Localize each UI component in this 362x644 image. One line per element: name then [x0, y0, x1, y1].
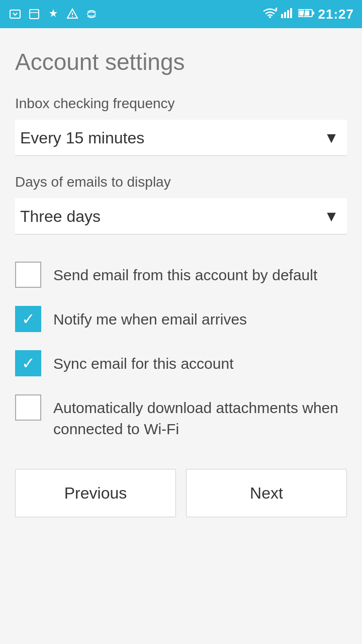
inbox-frequency-section: Inbox checking frequency Every 5 minutes… [15, 96, 347, 156]
days-display-select[interactable]: One day Two days Three days One week Two… [15, 198, 347, 234]
app-icon-1 [8, 7, 22, 21]
battery-icon [298, 8, 314, 21]
inbox-frequency-label: Inbox checking frequency [15, 96, 347, 112]
sync-icon [84, 7, 99, 21]
checkbox-notify-email-label: Notify me when email arrives [53, 306, 247, 330]
checkbox-auto-download[interactable] [15, 394, 41, 421]
days-display-section: Days of emails to display One day Two da… [15, 174, 347, 234]
svg-rect-13 [312, 12, 314, 15]
days-display-dropdown-wrapper: One day Two days Three days One week Two… [15, 198, 347, 234]
app-icon-2 [27, 7, 41, 21]
next-button[interactable]: Next [186, 469, 347, 517]
checkbox-sync-email[interactable]: ✓ [15, 350, 41, 376]
app-icon-3 [46, 7, 60, 21]
checkmark-icon-2: ✓ [22, 355, 35, 371]
checkmark-icon: ✓ [22, 311, 35, 327]
wifi-icon [263, 7, 277, 21]
checkbox-notify-email[interactable]: ✓ [15, 306, 41, 332]
svg-point-5 [87, 12, 96, 16]
svg-rect-9 [284, 12, 286, 18]
checkbox-auto-download-label: Automatically download attachments when … [53, 394, 347, 440]
signal-icon [281, 7, 294, 21]
navigation-button-row: Previous Next [15, 469, 347, 517]
inbox-frequency-select[interactable]: Every 5 minutes Every 10 minutes Every 1… [15, 120, 347, 156]
warning-icon [65, 7, 79, 21]
inbox-frequency-dropdown-wrapper: Every 5 minutes Every 10 minutes Every 1… [15, 120, 347, 156]
days-display-label: Days of emails to display [15, 174, 347, 190]
checkbox-section: Send email from this account by default … [15, 253, 347, 449]
svg-rect-0 [10, 10, 20, 18]
time-display: 21:27 [318, 7, 354, 22]
svg-rect-8 [281, 14, 283, 18]
status-bar-right-icons: 21:27 [263, 7, 354, 22]
checkbox-sync-email-label: Sync email for this account [53, 350, 234, 374]
checkbox-sync-email-item: ✓ Sync email for this account [15, 341, 347, 385]
status-bar-left-icons [8, 7, 99, 21]
svg-point-4 [72, 16, 73, 17]
checkbox-send-default-item: Send email from this account by default [15, 253, 347, 297]
checkbox-send-default-label: Send email from this account by default [53, 262, 317, 286]
svg-rect-1 [30, 10, 39, 19]
svg-rect-11 [290, 8, 292, 18]
page-title: Account settings [15, 48, 347, 75]
previous-button[interactable]: Previous [15, 469, 176, 517]
checkbox-notify-email-item: ✓ Notify me when email arrives [15, 297, 347, 341]
svg-rect-10 [287, 10, 289, 18]
checkbox-send-default[interactable] [15, 262, 41, 288]
svg-point-6 [269, 16, 271, 18]
checkbox-auto-download-item: Automatically download attachments when … [15, 385, 347, 449]
status-bar: 21:27 [0, 0, 362, 28]
page-content: Account settings Inbox checking frequenc… [0, 28, 362, 532]
